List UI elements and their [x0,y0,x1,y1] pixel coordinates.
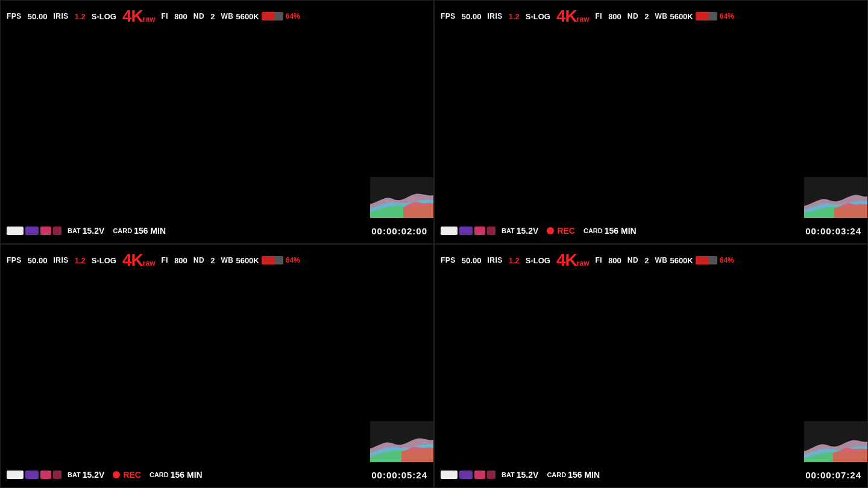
res-main-1: 4K [122,8,143,25]
bat-value-3: 15.2V [83,470,105,480]
viewport-3 [1,276,433,462]
viewport-1 [1,32,433,218]
profile-value-3: S-LOG [92,256,116,265]
battery-bars-1 [7,227,61,235]
wb-bar-2 [696,12,717,20]
bat-label-3: BAT [68,471,81,478]
bat-value-1: 15.2V [83,226,105,236]
rec-text-2: REC [557,226,575,236]
nd-label-3: ND [193,256,204,264]
bat-bar-pink-1 [40,227,51,235]
fi-label-1: FI [161,12,168,20]
fps-label-2: FPS [441,12,456,20]
card-value-3: 156 MIN [171,470,203,480]
fps-label-4: FPS [441,256,456,264]
timecode-1: 00:00:02:00 [371,226,427,236]
iris-label-1: IRIS [53,12,68,20]
fps-value-2: 50.00 [462,12,482,21]
resolution-3: 4K raw [122,252,155,269]
viewport-2 [435,32,867,218]
iris-label-4: IRIS [487,256,502,264]
bat-bar-purple-2 [459,227,473,235]
fps-value-1: 50.00 [28,12,48,21]
nd-label-1: ND [193,12,204,20]
wb-bar-4 [696,256,717,264]
bat-label-1: BAT [68,227,81,234]
top-bar-4: FPS 50.00 IRIS 1.2 S-LOG 4K raw FI 800 N… [435,245,867,276]
nd-value-2: 2 [644,12,649,21]
wb-badge-1: WB 5600K 64% [221,12,300,21]
iris-value-3: 1.2 [75,256,86,265]
fps-label-1: FPS [7,12,22,20]
bat-bar-pink-4 [474,471,485,479]
iris-value-1: 1.2 [75,12,86,21]
rec-dot-2 [547,227,554,234]
fi-label-2: FI [595,12,602,20]
wb-label-3: WB [221,256,233,264]
bat-label-4: BAT [502,471,515,478]
iris-value-2: 1.2 [509,12,520,21]
profile-value-1: S-LOG [92,12,116,21]
histogram-1 [370,177,433,218]
battery-bars-4 [441,471,495,479]
camera-view-3: FPS 50.00 IRIS 1.2 S-LOG 4K raw FI 800 N… [0,244,434,488]
fi-value-3: 800 [174,256,187,265]
histogram-3 [370,421,433,462]
wb-pct-4: 64% [720,256,734,264]
camera-view-4: FPS 50.00 IRIS 1.2 S-LOG 4K raw FI 800 N… [434,244,868,488]
top-bar-1: FPS 50.00 IRIS 1.2 S-LOG 4K raw FI 800 N… [1,1,433,32]
viewport-4 [435,276,867,462]
fi-value-1: 800 [174,12,187,21]
card-label-2: CARD [583,227,603,234]
rec-dot-3 [113,471,120,478]
res-sub-4: raw [577,259,590,267]
bat-bar-white-3 [7,471,24,479]
iris-label-3: IRIS [53,256,68,264]
nd-label-4: ND [627,256,638,264]
bat-bar-purple-4 [459,471,473,479]
bat-bar-white-4 [441,471,458,479]
nd-value-4: 2 [644,256,649,265]
res-main-2: 4K [556,8,577,25]
bat-bar-pink-2 [474,227,485,235]
timecode-3: 00:00:05:24 [371,470,427,480]
wb-pct-2: 64% [720,12,734,20]
bat-bar-maroon-2 [487,227,495,235]
wb-value-3: 5600K [236,256,259,265]
card-label-3: CARD [149,471,169,478]
camera-view-1: FPS 50.00 IRIS 1.2 S-LOG 4K raw FI 800 N… [0,0,434,244]
res-main-3: 4K [122,252,143,269]
nd-value-1: 2 [210,12,215,21]
rec-indicator-2: REC [547,226,575,236]
bat-bar-white-1 [7,227,24,235]
wb-pct-1: 64% [286,12,300,20]
fi-label-3: FI [161,256,168,264]
bat-bar-purple-3 [25,471,39,479]
bottom-bar-2: BAT 15.2V REC CARD 156 MIN 00:00:03:24 [435,218,867,243]
bat-label-2: BAT [502,227,515,234]
fps-value-4: 50.00 [462,256,482,265]
timecode-2: 00:00:03:24 [805,226,861,236]
camera-view-2: FPS 50.00 IRIS 1.2 S-LOG 4K raw FI 800 N… [434,0,868,244]
fi-label-4: FI [595,256,602,264]
bottom-bar-4: BAT 15.2V CARD 156 MIN 00:00:07:24 [435,462,867,487]
wb-label-4: WB [655,256,667,264]
iris-label-2: IRIS [487,12,502,20]
bat-value-4: 15.2V [517,470,539,480]
profile-value-4: S-LOG [526,256,550,265]
nd-value-3: 2 [210,256,215,265]
card-value-1: 156 MIN [134,226,166,236]
top-bar-2: FPS 50.00 IRIS 1.2 S-LOG 4K raw FI 800 N… [435,1,867,32]
wb-badge-2: WB 5600K 64% [655,12,734,21]
fps-value-3: 50.00 [28,256,48,265]
fi-value-4: 800 [608,256,621,265]
card-value-2: 156 MIN [605,226,637,236]
battery-bars-3 [7,471,61,479]
iris-value-4: 1.2 [509,256,520,265]
battery-bars-2 [441,227,495,235]
bat-bar-maroon-4 [487,471,495,479]
res-sub-1: raw [143,15,156,23]
wb-badge-4: WB 5600K 64% [655,256,734,265]
wb-pct-3: 64% [286,256,300,264]
profile-value-2: S-LOG [526,12,550,21]
